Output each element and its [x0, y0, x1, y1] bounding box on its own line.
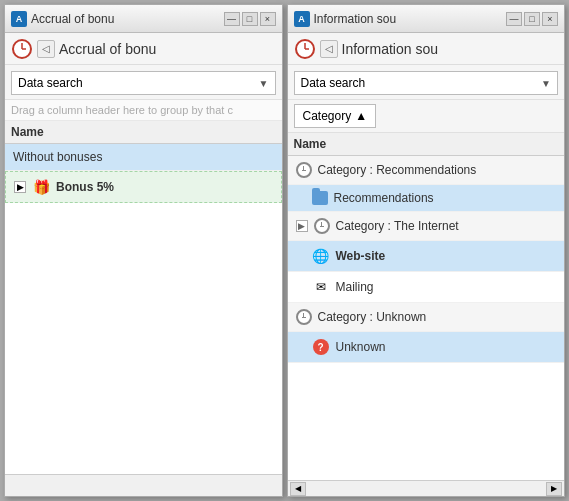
group-hint-1: Drag a column header here to group by th…: [5, 100, 282, 121]
status-bar-1: [5, 474, 282, 496]
group-label: Category : Unknown: [318, 310, 427, 324]
group-header-unknown: Category : Unknown: [288, 303, 565, 332]
row-expand-internet[interactable]: ▶: [296, 220, 308, 232]
window-title-2: Information sou: [314, 12, 503, 26]
category-bar: Category ▲: [288, 100, 565, 133]
table-row[interactable]: ? Unknown: [288, 332, 565, 363]
category-icon: [296, 162, 312, 178]
dropdown-arrow-1: ▼: [259, 78, 269, 89]
close-btn-2[interactable]: ×: [542, 12, 558, 26]
table-content-1: Without bonuses ▶ 🎁 Bonus 5%: [5, 144, 282, 474]
row-label: Mailing: [336, 280, 374, 294]
title-bar-2: A Information sou — □ ×: [288, 5, 565, 33]
table-row[interactable]: ▶ 🎁 Bonus 5%: [5, 171, 282, 203]
row-label: Recommendations: [334, 191, 434, 205]
table-row[interactable]: 🌐 Web-site: [288, 241, 565, 272]
minimize-btn-1[interactable]: —: [224, 12, 240, 26]
minimize-btn-2[interactable]: —: [506, 12, 522, 26]
window-controls-2: — □ ×: [506, 12, 558, 26]
table-row[interactable]: Without bonuses: [5, 144, 282, 171]
content-1: Data search ▼ Drag a column header here …: [5, 65, 282, 496]
group-header-recommendations: Category : Recommendations: [288, 156, 565, 185]
category-icon: [296, 309, 312, 325]
unknown-icon: ?: [312, 338, 330, 356]
table-header-1: Name: [5, 121, 282, 144]
globe-icon: 🌐: [312, 247, 330, 265]
accrual-window: A Accrual of bonu — □ × ◁ Accrual of bon…: [4, 4, 283, 497]
category-label: Category: [303, 109, 352, 123]
row-label: Web-site: [336, 249, 386, 263]
category-icon: [314, 218, 330, 234]
horizontal-scrollbar-2: ◀ ▶: [288, 480, 565, 496]
table-row[interactable]: Recommendations: [288, 185, 565, 212]
table-row[interactable]: ✉ Mailing: [288, 272, 565, 303]
category-arrow-icon: ▲: [355, 109, 367, 123]
mail-icon: ✉: [312, 278, 330, 296]
window-controls-1: — □ ×: [224, 12, 276, 26]
recommendations-icon: [312, 191, 328, 205]
toolbar-title-1: Accrual of bonu: [59, 41, 156, 57]
maximize-btn-1[interactable]: □: [242, 12, 258, 26]
row-label: Unknown: [336, 340, 386, 354]
toolbar-2: ◁ Information sou: [288, 33, 565, 65]
nav-back-btn-1[interactable]: ◁: [37, 40, 55, 58]
maximize-btn-2[interactable]: □: [524, 12, 540, 26]
toolbar-title-2: Information sou: [342, 41, 439, 57]
row-label: Bonus 5%: [56, 180, 114, 194]
close-btn-1[interactable]: ×: [260, 12, 276, 26]
scroll-right-btn[interactable]: ▶: [546, 482, 562, 496]
nav-back-btn-2[interactable]: ◁: [320, 40, 338, 58]
row-label: Without bonuses: [13, 150, 102, 164]
group-header-internet: ▶ Category : The Internet: [288, 212, 565, 241]
app-icon-2: A: [294, 11, 310, 27]
search-dropdown-2[interactable]: Data search ▼: [294, 71, 559, 95]
title-bar-1: A Accrual of bonu — □ ×: [5, 5, 282, 33]
search-bar-2: Data search ▼: [288, 65, 565, 100]
window-title-1: Accrual of bonu: [31, 12, 220, 26]
bonus-icon: 🎁: [32, 178, 50, 196]
information-window: A Information sou — □ × ◁ Information so…: [287, 4, 566, 497]
search-dropdown-1[interactable]: Data search ▼: [11, 71, 276, 95]
row-expand-btn[interactable]: ▶: [14, 181, 26, 193]
clock-icon-2: [294, 38, 316, 60]
category-button[interactable]: Category ▲: [294, 104, 377, 128]
app-icon-1: A: [11, 11, 27, 27]
table-content-2: Category : Recommendations Recommendatio…: [288, 156, 565, 480]
table-header-2: Name: [288, 133, 565, 156]
toolbar-1: ◁ Accrual of bonu: [5, 33, 282, 65]
search-dropdown-label-1: Data search: [18, 76, 83, 90]
clock-icon-1: [11, 38, 33, 60]
search-bar-1: Data search ▼: [5, 65, 282, 100]
content-2: Data search ▼ Category ▲ Name Category :…: [288, 65, 565, 496]
dropdown-arrow-2: ▼: [541, 78, 551, 89]
group-label: Category : The Internet: [336, 219, 459, 233]
scroll-left-btn[interactable]: ◀: [290, 482, 306, 496]
search-dropdown-label-2: Data search: [301, 76, 366, 90]
group-label: Category : Recommendations: [318, 163, 477, 177]
